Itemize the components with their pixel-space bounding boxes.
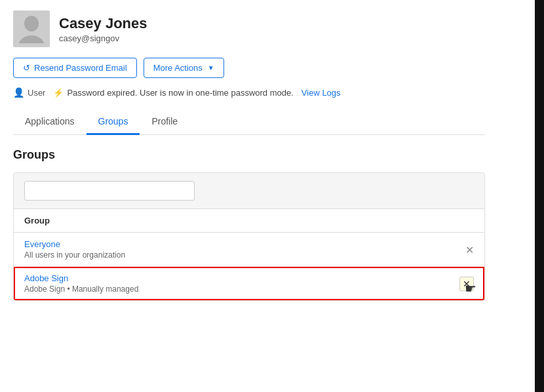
role-status: 👤 User xyxy=(13,87,45,98)
status-bar: 👤 User ⚡ Password expired. User is now i… xyxy=(13,87,485,98)
refresh-icon: ↻ xyxy=(23,63,30,73)
group-everyone-link[interactable]: Everyone xyxy=(24,239,438,249)
groups-section: Groups Group Everyone xyxy=(13,148,485,301)
remove-adobe-sign-wrapper: ✕ ☛ xyxy=(459,277,474,291)
action-buttons: ↻ Resend Password Email More Actions ▼ xyxy=(13,58,485,78)
svg-point-1 xyxy=(18,35,45,43)
group-everyone-cell: Everyone All users in your organization xyxy=(14,233,449,267)
warning-icon: ⚡ xyxy=(53,88,64,98)
groups-search-bar xyxy=(14,173,484,209)
group-adobe-sign-link[interactable]: Adobe Sign xyxy=(24,273,438,283)
tab-groups[interactable]: Groups xyxy=(87,109,140,135)
group-adobe-sign-description: Adobe Sign • Manually managed xyxy=(24,284,438,294)
groups-search-input[interactable] xyxy=(24,181,195,201)
group-adobe-sign-actions: ✕ ☛ xyxy=(449,267,484,301)
user-icon: 👤 xyxy=(13,87,24,98)
user-name: Casey Jones xyxy=(59,15,147,32)
svg-point-0 xyxy=(24,16,39,31)
avatar xyxy=(13,10,50,47)
tab-bar: Applications Groups Profile xyxy=(13,109,485,135)
more-actions-button[interactable]: More Actions ▼ xyxy=(144,58,224,78)
resend-password-button[interactable]: ↻ Resend Password Email xyxy=(13,58,137,78)
chevron-down-icon: ▼ xyxy=(208,64,214,71)
group-everyone-actions: ✕ xyxy=(449,233,484,267)
group-column-header: Group xyxy=(14,209,449,233)
user-email: casey@signgov xyxy=(59,33,147,43)
tab-applications[interactable]: Applications xyxy=(13,109,87,135)
view-logs-link[interactable]: View Logs xyxy=(301,88,341,98)
password-status: ⚡ Password expired. User is now in one-t… xyxy=(53,88,293,98)
remove-adobe-sign-button[interactable]: ✕ xyxy=(459,277,474,291)
group-adobe-sign-cell: Adobe Sign Adobe Sign • Manually managed xyxy=(14,267,449,301)
groups-container: Group Everyone All users in your organiz… xyxy=(13,172,485,301)
groups-table: Group Everyone All users in your organiz… xyxy=(14,209,484,300)
group-row-everyone: Everyone All users in your organization … xyxy=(14,233,484,267)
group-everyone-description: All users in your organization xyxy=(24,250,438,260)
remove-everyone-button[interactable]: ✕ xyxy=(465,245,474,256)
tab-profile[interactable]: Profile xyxy=(140,109,189,135)
group-row-adobe-sign: Adobe Sign Adobe Sign • Manually managed… xyxy=(14,267,484,301)
user-header: Casey Jones casey@signgov xyxy=(13,10,485,47)
groups-title: Groups xyxy=(13,148,485,162)
user-info: Casey Jones casey@signgov xyxy=(59,15,147,43)
